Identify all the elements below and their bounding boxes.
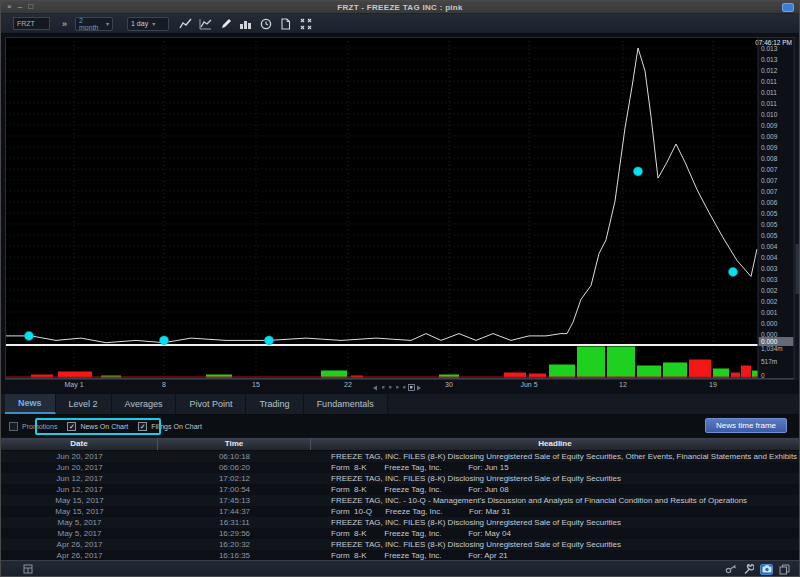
y-axis-label: 0.011: [761, 78, 777, 85]
page-dot[interactable]: [410, 386, 413, 389]
news-date: Apr 26, 2017: [1, 540, 158, 549]
tab-averages[interactable]: Averages: [112, 394, 177, 414]
draw-pen-icon[interactable]: [219, 17, 232, 30]
promotions-checkbox[interactable]: [9, 422, 18, 431]
interval-select[interactable]: 1 day ▾: [127, 17, 169, 31]
window-title: FRZT - FREEZE TAG INC : pink: [1, 3, 799, 12]
news-marker-dot[interactable]: [160, 336, 169, 345]
table-row[interactable]: May 15, 201717:45:13FREEZE TAG, INC. - 1…: [1, 495, 799, 506]
news-marker-dot[interactable]: [634, 167, 643, 176]
news-time: 06:06:20: [158, 463, 311, 472]
news-on-chart-label: News On Chart: [80, 423, 128, 430]
volume-bars-icon[interactable]: [239, 17, 252, 30]
news-marker-dot[interactable]: [729, 267, 738, 276]
y-axis-label: 0.011: [761, 89, 777, 96]
news-table-body: Jun 20, 201706:10:18FREEZE TAG, INC. FIL…: [1, 451, 799, 560]
news-headline: FREEZE TAG, INC. - 10-Q - Management's D…: [311, 496, 799, 505]
news-date: May 5, 2017: [1, 518, 158, 527]
volume-bar: [741, 366, 751, 378]
news-date: Jun 12, 2017: [1, 485, 158, 494]
table-row[interactable]: May 5, 201716:29:56Form 8-K Freeze Tag, …: [1, 528, 799, 539]
table-row[interactable]: May 15, 201717:44:37Form 10-Q Freeze Tag…: [1, 506, 799, 517]
chevron-down-icon: ▾: [106, 20, 109, 27]
chevron-down-icon: ▾: [152, 20, 155, 27]
tab-pivot-point[interactable]: Pivot Point: [176, 394, 246, 414]
range-select-value: 2 month: [79, 17, 106, 31]
camera-icon[interactable]: [760, 564, 773, 575]
copy-icon[interactable]: [778, 564, 791, 575]
symbol-input[interactable]: [13, 17, 50, 30]
layout-grid-icon[interactable]: [21, 564, 34, 575]
volume-axis-label: 0: [761, 372, 765, 379]
filings-on-chart-label: Filings On Chart: [151, 423, 202, 430]
chart-toolbar: » 2 month ▾ 1 day ▾: [1, 14, 799, 34]
volume-bar: [713, 369, 729, 378]
table-row[interactable]: Apr 26, 201716:20:32FREEZE TAG, INC. FIL…: [1, 539, 799, 550]
column-header-headline[interactable]: Headline: [311, 438, 799, 450]
news-headline: Form 8-K Freeze Tag, Inc. For: May 04: [311, 529, 799, 538]
tab-fundamentals[interactable]: Fundamentals: [304, 394, 388, 414]
news-headline: Form 8-K Freeze Tag, Inc. For: Jun 08: [311, 485, 799, 494]
wrench-icon[interactable]: [742, 564, 755, 575]
expand-chevrons-icon[interactable]: »: [62, 19, 67, 29]
y-axis-label: 0.007: [761, 177, 778, 184]
y-axis-label: 0.000: [761, 331, 778, 338]
filings-on-chart-checkbox[interactable]: ✓: [138, 422, 147, 431]
table-row[interactable]: Jun 20, 201706:10:18FREEZE TAG, INC. FIL…: [1, 451, 799, 462]
news-time: 16:29:56: [158, 529, 311, 538]
fullscreen-icon[interactable]: [299, 17, 312, 30]
tab-news[interactable]: News: [5, 394, 56, 414]
table-row[interactable]: Jun 20, 201706:06:20Form 8-K Freeze Tag,…: [1, 462, 799, 473]
column-header-time[interactable]: Time: [158, 438, 311, 450]
page-dot[interactable]: [396, 386, 399, 389]
news-time: 17:02:12: [158, 474, 311, 483]
news-date: Jun 12, 2017: [1, 474, 158, 483]
news-on-chart-checkbox[interactable]: ✓: [67, 422, 76, 431]
news-date: Apr 26, 2017: [1, 551, 158, 560]
volume-bar: [663, 363, 687, 378]
panel-tabs: NewsLevel 2AveragesPivot PointTradingFun…: [1, 394, 799, 415]
range-select[interactable]: 2 month ▾: [75, 17, 113, 31]
page-dot[interactable]: [382, 386, 385, 389]
news-headline: Form 8-K Freeze Tag, Inc. For: Jun 15: [311, 463, 799, 472]
y-axis-label: 0.002: [761, 298, 778, 305]
column-header-date[interactable]: Date: [1, 438, 158, 450]
y-axis-label: 0.005: [761, 210, 778, 217]
tab-level-2[interactable]: Level 2: [56, 394, 112, 414]
y-axis-label: 0.003: [761, 265, 778, 272]
current-price-label: 0.000: [761, 338, 778, 345]
y-axis-label: 0.010: [761, 111, 778, 118]
volume-axis-label: 517m: [761, 358, 777, 365]
line-chart-icon[interactable]: [179, 17, 192, 30]
news-time-frame-button[interactable]: News time frame: [705, 418, 787, 433]
news-date: Jun 20, 2017: [1, 463, 158, 472]
y-axis-label: 0.009: [761, 144, 778, 151]
key-icon[interactable]: [724, 564, 737, 575]
news-headline: FREEZE TAG, INC. FILES (8-K) Disclosing …: [311, 540, 799, 549]
table-row[interactable]: Jun 12, 201717:00:54Form 8-K Freeze Tag,…: [1, 484, 799, 495]
table-row[interactable]: May 5, 201716:31:11FREEZE TAG, INC. FILE…: [1, 517, 799, 528]
page-dot[interactable]: [403, 386, 406, 389]
compare-chart-icon[interactable]: [199, 17, 212, 30]
y-axis-label: 0.001: [761, 309, 778, 316]
price-chart[interactable]: 0.0130.0130.0120.0110.0110.0110.0100.009…: [1, 34, 800, 394]
table-row[interactable]: Apr 26, 201716:16:35Form 8-K Freeze Tag,…: [1, 550, 799, 560]
table-row[interactable]: Jun 12, 201717:02:12FREEZE TAG, INC. FIL…: [1, 473, 799, 484]
y-axis-label: 0.000: [761, 320, 778, 327]
chart-clock: 07:46:12 PM: [755, 39, 792, 46]
tab-trading[interactable]: Trading: [246, 394, 303, 414]
news-time: 06:10:18: [158, 452, 311, 461]
news-marker-dot[interactable]: [25, 331, 34, 340]
document-icon[interactable]: [279, 17, 292, 30]
news-filter-bar: Promotions ✓ News On Chart ✓ Filings On …: [1, 415, 799, 437]
page-dot[interactable]: [389, 386, 392, 389]
y-axis-label: 0.005: [761, 221, 778, 228]
news-marker-dot[interactable]: [265, 336, 274, 345]
app-badge-icon: [782, 3, 794, 12]
news-headline: FREEZE TAG, INC. FILES (8-K) Disclosing …: [311, 452, 799, 461]
toolbar-icons: [179, 17, 312, 30]
clock-icon[interactable]: [259, 17, 272, 30]
news-date: May 5, 2017: [1, 529, 158, 538]
news-time: 16:31:11: [158, 518, 311, 527]
chart-scrollbar[interactable]: [796, 244, 800, 294]
